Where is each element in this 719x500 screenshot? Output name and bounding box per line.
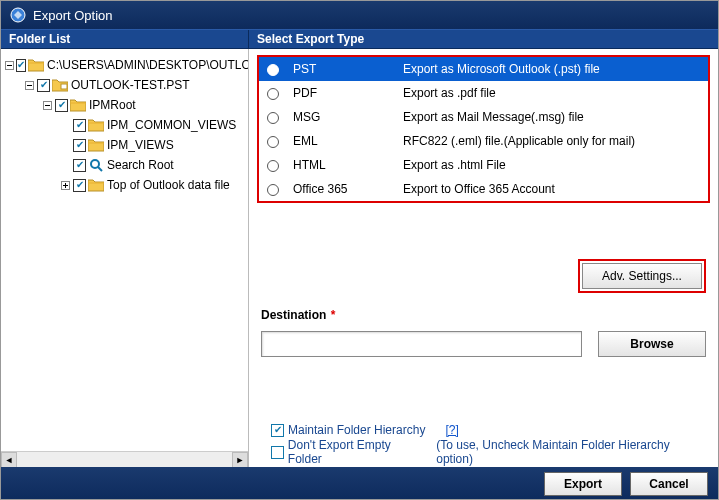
- export-type-radio[interactable]: [267, 112, 279, 124]
- export-type-row[interactable]: MSGExport as Mail Message(.msg) file: [259, 105, 708, 129]
- dont-export-empty-label: Don't Export Empty Folder: [288, 438, 426, 466]
- tree-label: Top of Outlook data file: [107, 178, 230, 192]
- folder-icon: [88, 117, 104, 133]
- tree-checkbox[interactable]: [73, 119, 86, 132]
- tree-checkbox[interactable]: [73, 179, 86, 192]
- tree-item[interactable]: IPMRoot: [5, 95, 244, 115]
- export-type-name: EML: [287, 129, 397, 153]
- tree-item[interactable]: Search Root: [5, 155, 244, 175]
- tree-item[interactable]: IPM_VIEWS: [5, 135, 244, 155]
- tree-checkbox[interactable]: [16, 59, 26, 72]
- browse-button[interactable]: Browse: [598, 331, 706, 357]
- tree-checkbox[interactable]: [73, 139, 86, 152]
- export-type-row[interactable]: PSTExport as Microsoft Outlook (.pst) fi…: [259, 57, 708, 81]
- export-type-desc: Export as .html File: [397, 153, 708, 177]
- export-type-radio[interactable]: [267, 160, 279, 172]
- maintain-hierarchy-label: Maintain Folder Hierarchy: [288, 423, 425, 437]
- folder-icon: [28, 57, 44, 73]
- folder-icon: [70, 97, 86, 113]
- export-type-name: HTML: [287, 153, 397, 177]
- export-type-name: MSG: [287, 105, 397, 129]
- tree-item[interactable]: IPM_COMMON_VIEWS: [5, 115, 244, 135]
- folder-icon: [88, 137, 104, 153]
- scroll-left-button[interactable]: ◄: [1, 452, 17, 468]
- export-type-header: Select Export Type: [249, 30, 718, 48]
- tree-label: IPM_COMMON_VIEWS: [107, 118, 236, 132]
- destination-section: Destination * Browse: [261, 305, 706, 357]
- destination-label: Destination: [261, 308, 326, 322]
- folder-icon: [88, 177, 104, 193]
- export-type-desc: RFC822 (.eml) file.(Applicable only for …: [397, 129, 708, 153]
- export-type-desc: Export as Mail Message(.msg) file: [397, 105, 708, 129]
- export-type-desc: Export to Office 365 Account: [397, 177, 708, 201]
- export-type-row[interactable]: Office 365Export to Office 365 Account: [259, 177, 708, 201]
- pst-icon: [52, 77, 68, 93]
- tree-checkbox[interactable]: [73, 159, 86, 172]
- search-icon: [88, 157, 104, 173]
- tree-label: OUTLOOK-TEST.PST: [71, 78, 190, 92]
- export-type-list: PSTExport as Microsoft Outlook (.pst) fi…: [257, 55, 710, 203]
- dont-export-empty-hint: (To use, Uncheck Maintain Folder Hierarc…: [436, 438, 706, 466]
- tree-label: IPMRoot: [89, 98, 136, 112]
- destination-input[interactable]: [261, 331, 582, 357]
- tree-item[interactable]: C:\USERS\ADMIN\DESKTOP\OUTLOOK-TEST.PST: [5, 55, 244, 75]
- adv-settings-wrapper: Adv. Settings...: [578, 259, 706, 293]
- window-title: Export Option: [33, 8, 113, 23]
- export-type-name: PDF: [287, 81, 397, 105]
- expander-icon[interactable]: [59, 179, 71, 191]
- expander-icon[interactable]: [23, 79, 35, 91]
- svg-line-9: [98, 167, 102, 171]
- export-type-radio[interactable]: [267, 184, 279, 196]
- titlebar: Export Option: [1, 1, 718, 29]
- export-type-row[interactable]: EMLRFC822 (.eml) file.(Applicable only f…: [259, 129, 708, 153]
- dont-export-empty-checkbox[interactable]: [271, 446, 284, 459]
- expander-icon[interactable]: [59, 139, 71, 151]
- footer: Export Cancel: [1, 467, 718, 500]
- folder-list-panel: C:\USERS\ADMIN\DESKTOP\OUTLOOK-TEST.PSTO…: [1, 49, 249, 467]
- tree-item[interactable]: OUTLOOK-TEST.PST: [5, 75, 244, 95]
- maintain-hierarchy-checkbox[interactable]: [271, 424, 284, 437]
- expander-icon[interactable]: [59, 159, 71, 171]
- export-type-radio[interactable]: [267, 136, 279, 148]
- app-icon: [9, 6, 27, 24]
- folder-tree[interactable]: C:\USERS\ADMIN\DESKTOP\OUTLOOK-TEST.PSTO…: [1, 49, 248, 201]
- svg-rect-5: [61, 84, 67, 89]
- export-type-desc: Export as .pdf file: [397, 81, 708, 105]
- export-button[interactable]: Export: [544, 472, 622, 496]
- export-type-desc: Export as Microsoft Outlook (.pst) file: [397, 57, 708, 81]
- maintain-hierarchy-help[interactable]: [?]: [445, 423, 458, 437]
- tree-checkbox[interactable]: [55, 99, 68, 112]
- export-type-name: Office 365: [287, 177, 397, 201]
- tree-label: IPM_VIEWS: [107, 138, 174, 152]
- scroll-right-button[interactable]: ►: [232, 452, 248, 468]
- expander-icon[interactable]: [5, 59, 14, 71]
- horizontal-scrollbar[interactable]: ◄ ►: [1, 451, 248, 467]
- expander-icon[interactable]: [41, 99, 53, 111]
- export-type-radio[interactable]: [267, 64, 279, 76]
- required-star: *: [331, 308, 336, 322]
- folder-list-header: Folder List: [1, 30, 249, 48]
- export-type-name: PST: [287, 57, 397, 81]
- export-options: Maintain Folder Hierarchy [?] Don't Expo…: [271, 419, 706, 467]
- export-options-panel: PSTExport as Microsoft Outlook (.pst) fi…: [249, 49, 718, 467]
- adv-settings-button[interactable]: Adv. Settings...: [582, 263, 702, 289]
- svg-point-8: [91, 160, 99, 168]
- expander-icon[interactable]: [59, 119, 71, 131]
- scroll-track[interactable]: [17, 453, 232, 467]
- tree-label: Search Root: [107, 158, 174, 172]
- tree-checkbox[interactable]: [37, 79, 50, 92]
- cancel-button[interactable]: Cancel: [630, 472, 708, 496]
- export-type-radio[interactable]: [267, 88, 279, 100]
- section-headers: Folder List Select Export Type: [1, 29, 718, 49]
- export-type-row[interactable]: PDFExport as .pdf file: [259, 81, 708, 105]
- tree-label: C:\USERS\ADMIN\DESKTOP\OUTLOOK-TEST.PST: [47, 58, 249, 72]
- tree-item[interactable]: Top of Outlook data file: [5, 175, 244, 195]
- export-type-row[interactable]: HTMLExport as .html File: [259, 153, 708, 177]
